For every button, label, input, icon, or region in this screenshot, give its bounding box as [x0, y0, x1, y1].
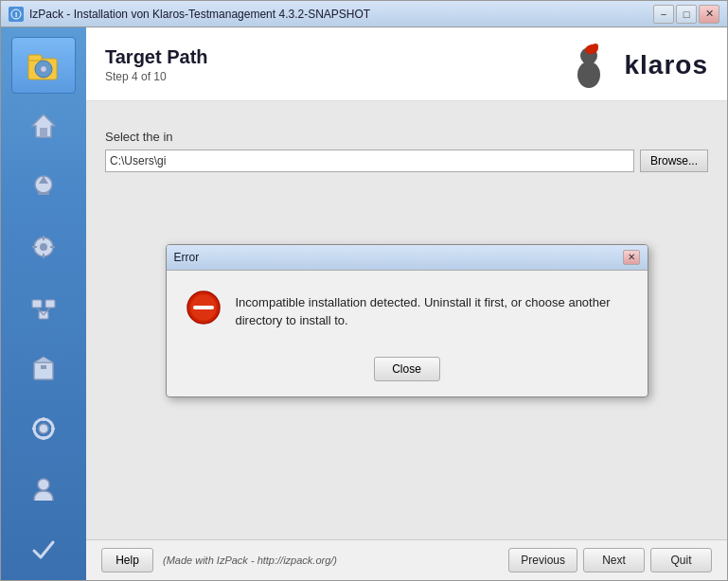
window-controls: − □ ✕	[653, 5, 719, 24]
logo-figure	[563, 39, 615, 91]
sidebar	[1, 27, 86, 580]
maximize-button[interactable]: □	[676, 5, 697, 24]
svg-point-31	[38, 479, 49, 490]
page-content: Select the in Browse... Error ✕	[86, 101, 727, 539]
svg-rect-22	[34, 362, 53, 379]
svg-rect-16	[50, 246, 55, 248]
svg-rect-18	[45, 300, 55, 308]
sidebar-item-users[interactable]	[11, 461, 76, 518]
error-icon	[186, 290, 222, 326]
svg-text:I: I	[15, 10, 17, 19]
minimize-button[interactable]: −	[653, 5, 674, 24]
close-dialog-button[interactable]: Close	[374, 357, 440, 381]
svg-point-5	[41, 66, 46, 72]
svg-rect-7	[40, 128, 47, 137]
header-logo: klaros	[563, 39, 709, 91]
dialog-overlay: Error ✕ Incompatible installation de	[86, 101, 727, 539]
svg-point-35	[593, 44, 598, 49]
check-icon	[25, 531, 62, 569]
header: Target Path Step 4 of 10 klaros	[86, 27, 727, 101]
svg-rect-13	[43, 236, 44, 240]
svg-rect-29	[32, 428, 36, 430]
quit-button[interactable]: Quit	[650, 548, 712, 572]
window-title: IzPack - Installation von Klaros-Testman…	[29, 8, 653, 21]
svg-marker-23	[34, 357, 53, 362]
install-icon	[25, 46, 62, 84]
svg-rect-15	[32, 246, 37, 248]
sidebar-item-upload[interactable]	[11, 158, 76, 215]
sidebar-item-network[interactable]	[11, 279, 76, 336]
svg-rect-3	[28, 55, 42, 61]
logo-text: klaros	[625, 50, 709, 80]
svg-point-26	[39, 424, 48, 433]
sidebar-item-check[interactable]	[11, 521, 76, 578]
main-content: Target Path Step 4 of 10 klaros	[1, 27, 727, 580]
users-icon	[25, 470, 62, 508]
upload-icon	[25, 167, 62, 205]
dialog-title-bar: Error ✕	[167, 245, 648, 271]
dialog-footer: Close	[167, 349, 648, 396]
close-button[interactable]: ✕	[699, 5, 719, 24]
footer-left: Help (Made with IzPack - http://izpack.o…	[101, 548, 337, 572]
svg-rect-10	[38, 192, 49, 195]
svg-rect-38	[193, 306, 214, 309]
svg-point-12	[40, 243, 47, 251]
dialog-close-x-button[interactable]: ✕	[623, 250, 640, 265]
home-icon	[25, 107, 62, 145]
dialog-body: Incompatible installation detected. Unin…	[167, 271, 648, 349]
error-dialog: Error ✕ Incompatible installation de	[166, 244, 648, 397]
svg-rect-30	[51, 428, 55, 430]
title-bar: I IzPack - Installation von Klaros-Testm…	[1, 1, 727, 27]
network-icon	[25, 289, 62, 326]
sidebar-item-tools[interactable]	[11, 219, 76, 275]
sidebar-item-package[interactable]	[11, 340, 76, 396]
dialog-message: Incompatible installation detected. Unin…	[236, 290, 629, 330]
svg-rect-24	[41, 365, 46, 369]
main-window: I IzPack - Installation von Klaros-Testm…	[0, 0, 728, 581]
sidebar-item-home[interactable]	[11, 97, 76, 154]
next-button[interactable]: Next	[583, 548, 645, 572]
page-subtitle: Step 4 of 10	[105, 70, 208, 83]
footer-right: Previous Next Quit	[508, 548, 712, 572]
content-area: Target Path Step 4 of 10 klaros	[86, 27, 727, 580]
page-title: Target Path	[105, 46, 208, 68]
dialog-title: Error	[174, 251, 200, 264]
help-button[interactable]: Help	[101, 548, 153, 572]
sidebar-item-settings[interactable]	[11, 400, 76, 457]
footer-credit: (Made with IzPack - http://izpack.org/)	[163, 555, 337, 566]
tools-icon	[25, 228, 62, 266]
previous-button[interactable]: Previous	[508, 548, 577, 572]
footer: Help (Made with IzPack - http://izpack.o…	[86, 539, 727, 580]
app-icon: I	[9, 7, 24, 22]
settings-icon	[25, 410, 62, 448]
svg-rect-27	[43, 417, 44, 421]
svg-point-32	[577, 62, 600, 88]
svg-rect-14	[43, 254, 44, 258]
svg-rect-28	[43, 436, 44, 440]
package-icon	[25, 349, 62, 387]
header-left: Target Path Step 4 of 10	[105, 46, 208, 83]
svg-rect-17	[32, 300, 42, 308]
sidebar-item-install[interactable]	[11, 37, 76, 94]
